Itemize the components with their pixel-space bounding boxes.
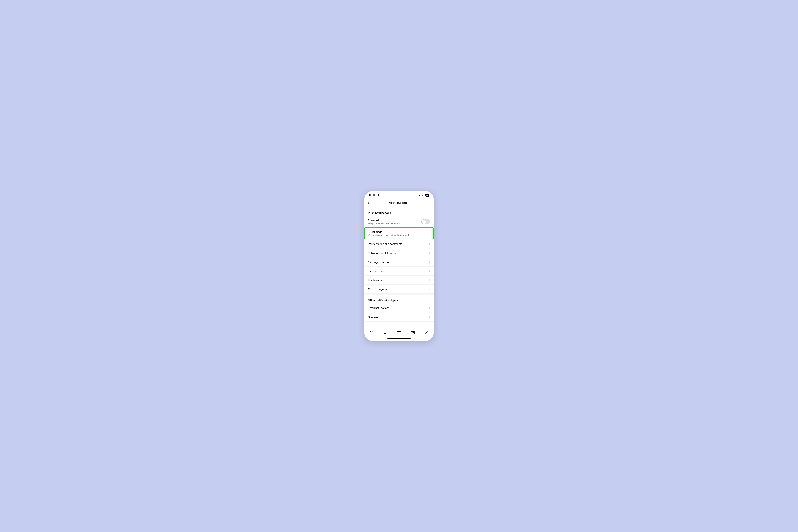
home-icon xyxy=(369,330,374,335)
quiet-mode-description: Automatically pause notifications at nig… xyxy=(368,234,410,236)
status-icon: ▪ xyxy=(376,194,379,196)
live-reels-label: Live and reels xyxy=(368,269,384,272)
pause-all-label: Pause all xyxy=(368,218,400,222)
email-notifications-row[interactable]: Email notifications › xyxy=(364,303,434,312)
status-time: 12:00 ▪ xyxy=(369,194,379,197)
chevron-right-icon: › xyxy=(429,260,430,264)
from-instagram-row[interactable]: From Instagram › xyxy=(364,285,434,294)
chevron-right-icon: › xyxy=(429,279,430,282)
back-button[interactable]: ‹ xyxy=(368,200,370,206)
chevron-right-icon: › xyxy=(429,242,430,245)
svg-line-1 xyxy=(386,334,387,335)
shopping-row[interactable]: Shopping › xyxy=(364,312,434,322)
other-notifications-header: Other notification types xyxy=(364,295,434,303)
tab-home[interactable] xyxy=(367,330,376,335)
chevron-right-icon: › xyxy=(429,306,430,309)
wifi-icon: ⊙ xyxy=(422,194,424,197)
home-indicator xyxy=(364,336,434,341)
content-area: Push notifications Pause all Temporarily… xyxy=(364,208,434,328)
chevron-right-icon: › xyxy=(429,287,430,291)
tab-profile[interactable] xyxy=(422,330,431,335)
tab-search[interactable] xyxy=(381,330,390,335)
posts-stories-label: Posts, stories and comments xyxy=(368,242,402,245)
toggle-knob xyxy=(421,220,426,224)
navigation-header: ‹ Notifications xyxy=(364,198,434,208)
battery-indicator: 88 xyxy=(425,194,429,197)
tab-reels[interactable] xyxy=(395,330,403,335)
posts-stories-row[interactable]: Posts, stories and comments › xyxy=(364,240,434,248)
from-instagram-label: From Instagram xyxy=(368,288,387,291)
quiet-mode-label: Quiet mode xyxy=(368,230,410,233)
home-bar xyxy=(387,338,411,339)
svg-point-0 xyxy=(384,331,386,334)
email-notifications-label: Email notifications xyxy=(368,306,390,309)
pause-all-toggle[interactable] xyxy=(421,219,430,224)
shop-icon xyxy=(411,330,415,335)
status-icons: ⊙ 88 xyxy=(418,194,429,197)
reels-icon xyxy=(397,330,401,335)
chevron-right-icon: › xyxy=(429,232,430,235)
status-bar: 12:00 ▪ ⊙ 88 xyxy=(364,191,434,198)
pause-all-description: Temporarily pause notifications xyxy=(368,222,400,225)
pause-all-row[interactable]: Pause all Temporarily pause notification… xyxy=(364,216,434,227)
tab-shop[interactable] xyxy=(408,330,417,335)
section-divider xyxy=(364,294,434,295)
push-notifications-header: Push notifications xyxy=(364,208,434,216)
svg-point-9 xyxy=(426,331,428,332)
messages-calls-label: Messages and calls xyxy=(368,261,392,264)
tab-bar xyxy=(364,328,434,336)
live-reels-row[interactable]: Live and reels › xyxy=(364,267,434,276)
fundraisers-row[interactable]: Fundraisers › xyxy=(364,276,434,285)
following-followers-label: Following and followers xyxy=(368,251,396,254)
quiet-mode-row[interactable]: Quiet mode Automatically pause notificat… xyxy=(364,227,434,240)
messages-calls-row[interactable]: Messages and calls › xyxy=(364,258,434,267)
following-followers-row[interactable]: Following and followers › xyxy=(364,248,434,258)
search-icon xyxy=(383,330,387,335)
phone-frame: 12:00 ▪ ⊙ 88 ‹ Notifications Push notifi… xyxy=(364,191,434,341)
signal-icon xyxy=(418,194,421,196)
chevron-right-icon: › xyxy=(429,269,430,272)
shopping-label: Shopping xyxy=(368,316,379,319)
svg-point-3 xyxy=(398,332,400,333)
profile-icon xyxy=(424,330,429,335)
chevron-right-icon: › xyxy=(429,315,430,319)
page-title: Notifications xyxy=(370,201,425,205)
fundraisers-label: Fundraisers xyxy=(368,279,382,282)
chevron-right-icon: › xyxy=(429,251,430,254)
